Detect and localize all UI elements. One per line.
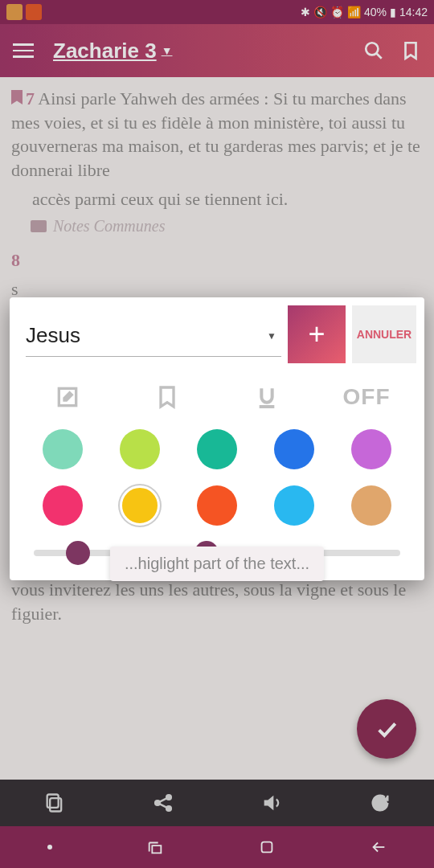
color-swatch[interactable] <box>274 429 314 469</box>
svg-rect-2 <box>50 798 61 811</box>
battery-icon: ▮ <box>390 6 396 18</box>
underline-tool[interactable] <box>251 381 283 413</box>
slider-hint: ...higlight part of the text... <box>110 547 324 581</box>
folder-icon <box>31 220 47 232</box>
color-swatch[interactable] <box>120 429 160 469</box>
nav-dot <box>47 845 52 850</box>
app-icon <box>26 4 42 20</box>
chapter-title: Zacharie 3 <box>53 39 157 63</box>
status-right: ✱ 🔇 ⏰ 📶 40% ▮ 14:42 <box>301 6 428 18</box>
add-button[interactable]: + <box>288 305 346 363</box>
confirm-fab[interactable] <box>357 699 416 759</box>
cancel-button[interactable]: ANNULER <box>352 305 416 363</box>
color-swatch[interactable] <box>197 429 237 469</box>
recents-button[interactable] <box>146 838 164 856</box>
status-left <box>6 4 42 20</box>
folder-link[interactable]: Notes Communes <box>31 215 423 237</box>
chevron-down-icon: ▼ <box>162 44 173 57</box>
mute-icon: 🔇 <box>313 6 327 18</box>
color-swatch[interactable] <box>351 429 391 469</box>
app-bar: Zacharie 3 ▼ <box>0 24 434 77</box>
back-button[interactable] <box>370 838 387 856</box>
copy-icon[interactable] <box>43 792 66 814</box>
edit-tool[interactable] <box>51 381 84 413</box>
verse-8[interactable]: 8 <box>11 248 423 272</box>
bookmark-tool[interactable] <box>151 381 183 413</box>
bluetooth-icon: ✱ <box>301 6 310 18</box>
color-swatch[interactable] <box>197 485 237 526</box>
verse-text: Ainsi parle Yahweh des armées : Si tu ma… <box>11 88 420 180</box>
svg-point-0 <box>366 43 378 55</box>
verse-7[interactable]: 7 Ainsi parle Yahweh des armées : Si tu … <box>11 87 423 182</box>
verse-number: 7 <box>26 88 35 108</box>
svg-line-8 <box>159 804 166 808</box>
color-grid <box>10 429 424 526</box>
svg-rect-9 <box>261 842 272 853</box>
svg-line-7 <box>159 798 166 802</box>
menu-button[interactable] <box>13 43 34 58</box>
bookmark-icon[interactable] <box>400 40 421 61</box>
battery-pct: 40% <box>364 6 387 18</box>
dropdown-label: Jesus <box>26 323 80 348</box>
share-icon[interactable] <box>152 792 174 814</box>
wifi-icon: 📶 <box>347 6 361 18</box>
gallery-icon <box>6 4 23 20</box>
folder-label: Notes Communes <box>53 215 165 237</box>
status-bar: ✱ 🔇 ⏰ 📶 40% ▮ 14:42 <box>0 0 434 24</box>
color-swatch[interactable] <box>351 485 391 526</box>
verse-number: 8 <box>11 250 20 270</box>
system-nav-bar <box>0 826 434 868</box>
highlight-dialog: Jesus ▼ + ANNULER OFF ...higlight part o… <box>10 297 424 580</box>
refresh-icon[interactable] <box>369 792 391 814</box>
action-bar <box>0 780 434 826</box>
slider-handle-left[interactable] <box>66 541 90 565</box>
chevron-down-icon: ▼ <box>267 330 276 342</box>
color-swatch-selected[interactable] <box>120 485 160 526</box>
home-button[interactable] <box>258 838 276 856</box>
category-dropdown[interactable]: Jesus ▼ <box>26 312 281 357</box>
range-slider[interactable]: ...higlight part of the text... <box>34 550 400 556</box>
verse-text-cont: accès parmi ceux qui se tiennent ici. <box>32 187 423 211</box>
svg-line-1 <box>376 53 382 59</box>
chapter-dropdown[interactable]: Zacharie 3 ▼ <box>53 39 347 63</box>
color-swatch[interactable] <box>43 429 83 469</box>
svg-rect-3 <box>47 795 58 808</box>
bookmark-ribbon-icon <box>11 90 23 104</box>
color-swatch[interactable] <box>43 485 83 526</box>
off-tool[interactable]: OFF <box>350 381 383 413</box>
alarm-icon: ⏰ <box>330 6 344 18</box>
search-icon[interactable] <box>363 40 384 61</box>
clock: 14:42 <box>399 6 428 18</box>
volume-icon[interactable] <box>260 792 283 814</box>
color-swatch[interactable] <box>274 485 314 526</box>
